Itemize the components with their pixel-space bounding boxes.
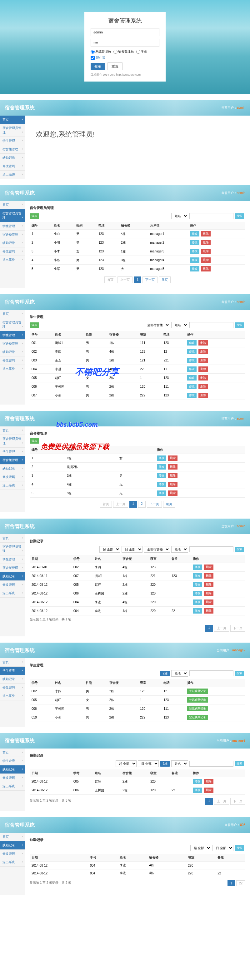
delete-button[interactable]: 删除 — [201, 266, 211, 272]
page-1[interactable]: 1 — [134, 277, 141, 283]
record-button[interactable]: 登记缺勤记录 — [187, 715, 208, 720]
delete-button[interactable]: 删除 — [201, 231, 211, 237]
remember-row[interactable]: 记住我 — [91, 56, 159, 60]
page-prev[interactable]: 上一页 — [214, 625, 229, 632]
sidebar-item[interactable]: 学生管理 — [0, 222, 25, 231]
page-1[interactable]: 1 — [228, 880, 235, 886]
delete-button[interactable]: 删除 — [204, 788, 213, 793]
delete-button[interactable]: 删除 — [168, 482, 177, 487]
edit-button[interactable]: 修改 — [157, 455, 166, 461]
search-field-select[interactable]: 姓名 — [171, 760, 188, 767]
username-input[interactable] — [91, 28, 159, 36]
search-button[interactable]: 搜索 — [235, 322, 244, 328]
sidebar-item[interactable]: 学生管理 — [0, 331, 25, 340]
delete-button[interactable]: 删除 — [204, 600, 213, 605]
sidebar-item[interactable]: 宿舍楼管理 — [0, 456, 25, 465]
sidebar-item[interactable]: 宿舍楼管理 — [0, 145, 25, 154]
sidebar-item[interactable]: 退出系统 — [0, 481, 25, 490]
edit-button[interactable]: 修改 — [193, 608, 202, 614]
sidebar-item[interactable]: 首页 — [0, 426, 25, 435]
start-select[interactable]: 起 全部 — [99, 546, 120, 553]
sidebar-item[interactable]: 首页 — [0, 201, 25, 209]
delete-button[interactable]: 删除 — [201, 249, 211, 254]
delete-button[interactable]: 删除 — [201, 258, 211, 263]
start-select[interactable]: 起 全部 — [190, 845, 211, 851]
page-1[interactable]: 1 — [205, 798, 213, 805]
sidebar-item[interactable]: 退出系统 — [0, 589, 25, 598]
delete-button[interactable]: 删除 — [204, 779, 213, 784]
role-student[interactable]: 学生 — [136, 49, 147, 54]
search-input[interactable] — [189, 546, 233, 552]
page-first[interactable]: 首页 — [104, 277, 116, 283]
search-input[interactable] — [189, 322, 233, 328]
page-1[interactable]: 1 — [205, 625, 213, 632]
sidebar-item[interactable]: 缺勤记录 — [0, 348, 25, 356]
delete-button[interactable]: 删除 — [198, 366, 208, 372]
sidebar-item[interactable]: 宿舍管理员管理 — [0, 542, 25, 555]
add-button[interactable]: 添加 — [30, 438, 39, 444]
page-2[interactable]: 2 — [138, 501, 146, 508]
search-field-select[interactable]: 姓名 — [171, 213, 188, 219]
page-first[interactable]: 首页 — [100, 501, 112, 508]
sidebar-item[interactable]: 首页 — [0, 534, 25, 542]
password-input[interactable] — [91, 39, 159, 47]
sidebar-item[interactable]: 缺勤记录 — [0, 675, 25, 684]
role-sys[interactable]: 系统管理员 — [91, 49, 111, 54]
record-button[interactable]: 登记缺勤记录 — [187, 706, 208, 711]
record-button[interactable]: 登记缺勤记录 — [187, 697, 208, 703]
sidebar-item[interactable]: 修改密码 — [0, 581, 25, 589]
page-next[interactable]: 下一页 — [142, 277, 158, 283]
sidebar-item[interactable]: 缺勤记录 — [0, 465, 25, 473]
record-button[interactable]: 登记缺勤记录 — [187, 689, 208, 694]
sidebar-item[interactable]: 退出系统 — [0, 170, 25, 179]
edit-button[interactable]: 修改 — [193, 573, 202, 579]
search-input[interactable] — [189, 761, 233, 767]
sidebar-item[interactable]: 首页 — [0, 833, 25, 841]
sidebar-item[interactable]: 退出系统 — [0, 782, 25, 791]
sidebar-item[interactable]: 宿舍管理员管理 — [0, 318, 25, 331]
search-button[interactable]: 搜索 — [235, 671, 244, 676]
sidebar-item[interactable]: 退出系统 — [0, 365, 25, 373]
delete-button[interactable]: 删除 — [204, 582, 213, 587]
sidebar-item[interactable]: 退出系统 — [0, 692, 25, 700]
page-next[interactable]: 下一页 — [230, 625, 245, 632]
sidebar-item[interactable]: 首页 — [0, 116, 25, 124]
edit-button[interactable]: 修改 — [187, 393, 197, 398]
edit-button[interactable]: 修改 — [193, 565, 202, 570]
page-next[interactable]: 下一页 — [147, 501, 162, 508]
edit-button[interactable]: 修改 — [190, 231, 199, 237]
sidebar-item[interactable]: 宿舍管理员管理 — [0, 209, 25, 222]
edit-button[interactable]: 修改 — [193, 600, 202, 605]
sidebar-item[interactable]: 宿舍楼管理 — [0, 231, 25, 239]
page-prev[interactable]: 上一页 — [118, 277, 132, 283]
add-button[interactable]: 添加 — [30, 213, 39, 219]
sidebar-item[interactable]: 宿舍管理员管理 — [0, 124, 25, 137]
sidebar-item[interactable]: 修改密码 — [0, 774, 25, 782]
search-field-select[interactable]: 姓名 — [171, 546, 188, 553]
sidebar-item[interactable]: 首页 — [0, 658, 25, 667]
date-select[interactable]: 日 全部 — [138, 760, 159, 767]
sidebar-item[interactable]: 缺勤记录 — [0, 239, 25, 247]
sidebar-item[interactable]: 首页 — [0, 310, 25, 318]
edit-button[interactable]: 修改 — [187, 358, 197, 363]
edit-button[interactable]: 修改 — [157, 490, 166, 496]
search-button[interactable]: 搜索 — [235, 761, 244, 766]
sidebar-item[interactable]: 缺勤记录 — [0, 572, 25, 581]
sidebar-item[interactable]: 宿舍楼管理 — [0, 564, 25, 572]
delete-button[interactable]: 删除 — [168, 490, 177, 496]
sidebar-item[interactable]: 宿舍管理员管理 — [0, 435, 25, 448]
edit-button[interactable]: 修改 — [187, 366, 197, 372]
role-dorm[interactable]: 宿舍管理员 — [113, 49, 134, 54]
search-button[interactable]: 搜索 — [235, 213, 244, 219]
search-field-select[interactable]: 姓名 — [171, 670, 188, 677]
edit-button[interactable]: 修改 — [193, 779, 202, 784]
edit-button[interactable]: 修改 — [187, 384, 197, 389]
sidebar-item[interactable]: 缺勤记录 — [0, 765, 25, 774]
page-last[interactable]: 尾页 — [159, 277, 170, 283]
page-last[interactable]: 尾页 — [163, 501, 175, 508]
delete-button[interactable]: 删除 — [198, 349, 208, 354]
sidebar-item[interactable]: 修改密码 — [0, 162, 25, 170]
sidebar-item[interactable]: 修改密码 — [0, 247, 25, 256]
role-student-radio[interactable] — [136, 50, 140, 54]
remember-checkbox[interactable] — [91, 56, 95, 60]
